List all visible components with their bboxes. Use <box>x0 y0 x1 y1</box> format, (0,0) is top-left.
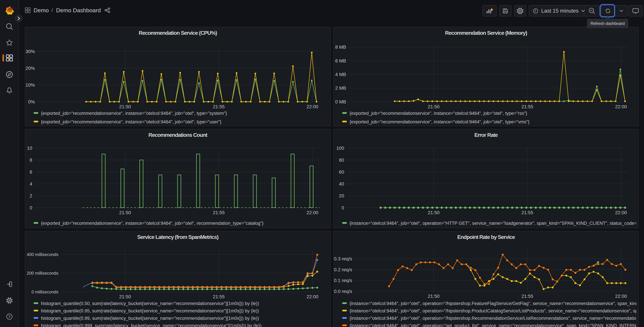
svg-text:21:55: 21:55 <box>213 294 225 299</box>
svg-text:0 milliseconds: 0 milliseconds <box>32 290 58 294</box>
svg-text:22:00: 22:00 <box>615 294 627 299</box>
svg-text:21:50: 21:50 <box>119 104 131 109</box>
svg-text:21:50: 21:50 <box>119 294 131 299</box>
svg-text:22:00: 22:00 <box>306 104 318 109</box>
svg-text:100: 100 <box>336 146 344 151</box>
svg-text:0%: 0% <box>28 99 35 104</box>
svg-text:21:50: 21:50 <box>119 210 131 215</box>
svg-text:60: 60 <box>339 170 344 174</box>
svg-text:0.3 req/s: 0.3 req/s <box>334 256 352 261</box>
svg-text:21:50: 21:50 <box>428 104 440 109</box>
svg-text:2 MB: 2 MB <box>335 86 346 91</box>
svg-text:21:55: 21:55 <box>213 210 225 215</box>
svg-text:22:00: 22:00 <box>306 210 318 215</box>
svg-text:?: ? <box>8 314 10 319</box>
svg-text:10: 10 <box>27 146 32 151</box>
svg-text:8: 8 <box>30 158 32 163</box>
svg-text:22:00: 22:00 <box>306 294 318 299</box>
svg-text:21:50: 21:50 <box>428 294 440 299</box>
svg-text:0 MB: 0 MB <box>335 99 346 104</box>
svg-text:0: 0 <box>30 205 32 210</box>
svg-text:6 MB: 6 MB <box>335 58 346 64</box>
svg-text:0: 0 <box>342 205 344 210</box>
svg-text:21:50: 21:50 <box>428 210 440 215</box>
svg-text:0.0 req/s: 0.0 req/s <box>334 289 352 294</box>
svg-text:21:55: 21:55 <box>213 104 225 109</box>
svg-text:4: 4 <box>30 181 32 186</box>
svg-text:2: 2 <box>30 193 32 198</box>
svg-text:4 MB: 4 MB <box>335 72 346 77</box>
svg-text:80: 80 <box>339 158 344 163</box>
svg-text:40: 40 <box>339 181 344 186</box>
svg-text:6: 6 <box>30 170 32 174</box>
svg-text:22:00: 22:00 <box>615 104 627 109</box>
svg-text:21:55: 21:55 <box>522 104 533 109</box>
svg-text:21:55: 21:55 <box>522 210 533 215</box>
svg-text:0.2 req/s: 0.2 req/s <box>334 267 352 272</box>
svg-text:10%: 10% <box>26 82 35 88</box>
svg-text:400 milliseconds: 400 milliseconds <box>27 252 58 257</box>
svg-text:0.1 req/s: 0.1 req/s <box>334 278 352 283</box>
svg-text:20%: 20% <box>26 66 35 71</box>
svg-text:200 milliseconds: 200 milliseconds <box>27 271 58 276</box>
svg-text:22:00: 22:00 <box>615 210 627 215</box>
svg-text:30%: 30% <box>26 49 35 54</box>
svg-text:20: 20 <box>339 193 344 198</box>
svg-text:8 MB: 8 MB <box>335 44 346 50</box>
svg-text:21:55: 21:55 <box>522 294 533 299</box>
